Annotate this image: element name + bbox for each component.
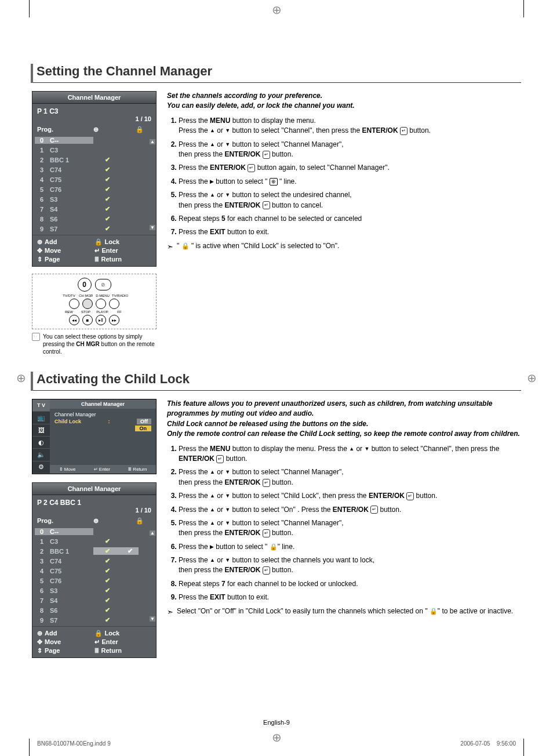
registration-mark-right: ⊕	[527, 371, 537, 385]
footer-filename: BN68-01007M-00Eng.indd 9	[37, 740, 111, 747]
osd-pager: 1 / 10	[32, 115, 156, 123]
channel-row: 0C--	[35, 135, 154, 145]
channel-row: 3C74✔	[35, 556, 154, 566]
remote-label: STOP	[78, 310, 93, 314]
instruction-step: Press the MENU button to display the men…	[179, 444, 521, 464]
channel-row: 4C75✔	[35, 175, 154, 184]
col-prog: Prog.	[37, 126, 63, 133]
crop-mark	[29, 739, 30, 756]
instruction-step: Press the ▲ or ▼ button to select "Chann…	[179, 518, 521, 539]
osd-title: Channel Manager	[32, 92, 156, 104]
channel-row: 5C76✔	[35, 184, 154, 194]
intro-line: Set the channels according to your prefe…	[167, 92, 322, 100]
legend-enter: ↵Enter	[94, 247, 152, 255]
remote-label: PLAY/P.	[95, 310, 110, 314]
instruction-step: Press the ▲ or ▼ button to select "Chann…	[179, 467, 521, 488]
osd-menu-channel: T V 📺 🖼 ◐ 🔈 ⚙ Channel Manager Channel Ma…	[32, 399, 157, 474]
remote-label: CH MGR	[78, 294, 93, 297]
side-icon: ◐	[32, 437, 50, 449]
osd-pager: 1 / 10	[32, 507, 156, 515]
footer-timestamp: 2006-07-05 9:56:00	[460, 740, 516, 747]
mini-osd-on-option: On	[53, 425, 152, 432]
instruction-step: Press the ▶ button to select " 🔒" line.	[179, 542, 521, 552]
legend-page: ⇕Page	[37, 256, 94, 263]
side-icon: 🖼	[32, 424, 50, 437]
osd-status: P 2 C4 BBC 1	[37, 499, 81, 507]
col-lock-icon: 🔒	[128, 517, 151, 525]
remote-note: ☞ You can select these options by simply…	[32, 333, 157, 355]
scroll-down-icon: ▼	[150, 616, 155, 621]
legend-lock: 🔒Lock	[94, 238, 152, 246]
channel-row: 6S3✔	[35, 586, 154, 595]
channel-row: 7S4✔	[35, 204, 154, 214]
legend-lock: 🔒Lock	[94, 630, 152, 637]
col-prog: Prog.	[37, 517, 63, 525]
channel-row: 8S6✔	[35, 214, 154, 224]
instruction-step: Press the ▶ button to select " ⊕ " line.	[179, 177, 521, 187]
remote-label: D.MENU	[95, 294, 110, 297]
instruction-step: Repeat steps 5 for each channel to be se…	[179, 214, 521, 224]
legend-return: ⅢReturn	[94, 256, 152, 263]
side-tv-label: T V	[32, 399, 50, 412]
legend-add: ⊕Add	[37, 630, 94, 637]
instruction-step: Press the EXIT button to exit.	[179, 227, 521, 237]
instruction-step: Press the MENU button to display the men…	[179, 116, 521, 136]
legend-return: Ⅲ Return	[128, 467, 147, 472]
side-icon: 🔈	[32, 449, 50, 461]
remote-label: TV/RADIO	[112, 294, 127, 297]
channel-row: 9S7✔	[35, 615, 154, 625]
mini-osd-title: Channel Manager	[50, 399, 156, 409]
registration-mark-top: ⊕	[272, 3, 282, 17]
crop-mark	[523, 0, 524, 17]
channel-row: 2BBC 1✔	[35, 155, 154, 165]
legend-page: ⇕Page	[37, 647, 94, 655]
col-lock-icon: 🔒	[128, 126, 151, 133]
legend-move: ✥Move	[37, 638, 94, 646]
instruction-step: Press the ▲ or ▼ button to select the un…	[179, 190, 521, 210]
remote-label: TV/DTV	[61, 294, 77, 297]
mini-osd-childlock-row: Child Lock : Off	[53, 418, 152, 425]
instruction-step: Repeat steps 7 for each channel to be lo…	[179, 579, 521, 589]
section-heading-child-lock: Activating the Child Lock	[32, 372, 521, 391]
osd-channel-manager-1: Channel Manager P 1 C3 1 / 10 Prog. ⊕ 🔒 …	[32, 91, 157, 267]
info-note: ➣ " 🔒 " is active when "Child Lock" is s…	[167, 241, 521, 253]
channel-row: 4C75✔	[35, 566, 154, 576]
instruction-step: Press the EXIT button to exit.	[179, 593, 521, 602]
channel-row: 6S3✔	[35, 194, 154, 204]
channel-row: 7S4✔	[35, 595, 154, 605]
side-icon: 📺	[32, 412, 50, 424]
channel-row: 1C3✔	[35, 536, 154, 546]
mini-osd-row: Channel Manager	[53, 411, 152, 418]
info-note: ➣ Select "On" or "Off" in "Child Lock" t…	[167, 606, 521, 618]
instruction-step: Press the ▲ or ▼ button to select "Child…	[179, 491, 521, 501]
side-icon: ⚙	[32, 461, 50, 474]
section-heading-channel-manager: Setting the Channel Manager	[32, 64, 521, 83]
legend-move: ✥Move	[37, 247, 94, 255]
osd-channel-manager-2: Channel Manager P 2 C4 BBC 1 1 / 10 Prog…	[32, 482, 157, 658]
crop-mark	[523, 739, 524, 756]
scroll-up-icon: ▲	[150, 139, 155, 144]
channel-row: 2BBC 1✔✔	[35, 546, 154, 556]
channel-row: 1C3	[35, 145, 154, 155]
intro-line: You can easily delete, add, or lock the …	[167, 101, 355, 110]
page-number: English-9	[0, 719, 553, 726]
scroll-up-icon: ▲	[150, 530, 155, 536]
legend-enter: ↵ Enter	[94, 467, 110, 472]
channel-row: 3C74✔	[35, 165, 154, 175]
legend-return: ⅢReturn	[94, 647, 152, 655]
instruction-step: Press the ENTER/OK button again, to sele…	[179, 163, 521, 173]
instruction-step: Press the ▲ or ▼ button to select "On" .…	[179, 505, 521, 515]
osd-status: P 1 C3	[37, 107, 58, 115]
remote-label: REW	[61, 310, 77, 314]
instruction-step: Press the ▲ or ▼ button to select the ch…	[179, 555, 521, 576]
hand-icon: ☞	[32, 333, 40, 341]
remote-label: FF	[112, 310, 127, 314]
channel-row: 5C76✔	[35, 576, 154, 586]
scroll-down-icon: ▼	[150, 225, 155, 230]
channel-row: 0C--	[35, 526, 154, 536]
osd-title: Channel Manager	[32, 483, 156, 495]
col-add-icon: ⊕	[63, 517, 128, 525]
registration-mark-left: ⊕	[16, 371, 26, 385]
legend-move: ⇕ Move	[59, 467, 76, 472]
crop-mark	[29, 0, 30, 17]
